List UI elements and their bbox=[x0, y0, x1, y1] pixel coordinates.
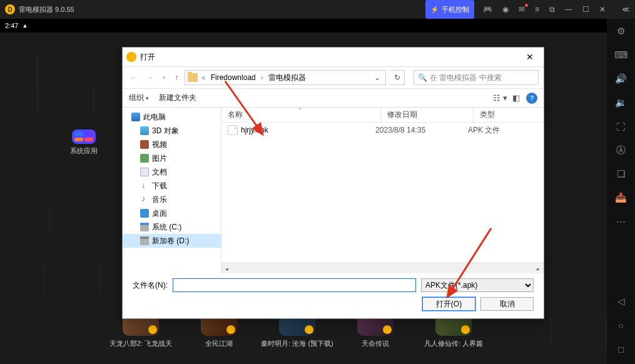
back-button[interactable]: ◁ bbox=[615, 295, 627, 308]
app-title: 雷电模拟器 9.0.55 bbox=[19, 5, 74, 14]
system-apps-icon[interactable]: 系统应用 bbox=[71, 129, 97, 156]
system-apps-label: 系统应用 bbox=[70, 146, 98, 156]
nav-back-button[interactable]: ← bbox=[128, 71, 140, 84]
popout-icon[interactable]: ⧉ bbox=[544, 0, 560, 19]
filename-input[interactable] bbox=[173, 278, 416, 292]
organize-button[interactable]: 组织 bbox=[129, 93, 149, 103]
view-details-icon[interactable]: ☷ ▾ bbox=[493, 93, 507, 103]
close-button[interactable]: ✕ bbox=[594, 0, 611, 19]
address-dropdown-icon[interactable]: ⌄ bbox=[372, 73, 383, 82]
menu-icon[interactable]: ≡ bbox=[530, 0, 544, 19]
view-preview-icon[interactable]: ◧ bbox=[512, 93, 520, 103]
breadcrumb-segment[interactable]: Firedownload bbox=[210, 73, 257, 82]
fullscreen-icon[interactable]: ⛶ bbox=[615, 120, 627, 133]
tree-icon bbox=[131, 113, 140, 121]
sidebar-item[interactable]: 此电脑 bbox=[123, 110, 221, 124]
multi-instance-icon[interactable]: ❏ bbox=[615, 168, 627, 180]
search-icon: 🔍 bbox=[418, 73, 427, 82]
search-box[interactable]: 🔍 在 雷电模拟器 中搜索 bbox=[414, 70, 539, 85]
tree-icon bbox=[140, 209, 149, 218]
nav-up-button[interactable]: ↑ bbox=[172, 71, 181, 84]
home-button[interactable]: ○ bbox=[615, 319, 627, 331]
notification-icon: ▲ bbox=[22, 23, 28, 29]
new-folder-button[interactable]: 新建文件夹 bbox=[159, 93, 196, 103]
sidebar-item[interactable]: 视频 bbox=[123, 138, 221, 151]
tree-icon bbox=[140, 236, 149, 245]
gamepad-icon[interactable]: 🎮 bbox=[478, 0, 497, 19]
sidebar-item[interactable]: 文档 bbox=[123, 165, 221, 179]
sort-indicator-icon: ⌃ bbox=[298, 108, 303, 113]
dialog-close-button[interactable]: ✕ bbox=[520, 49, 540, 64]
sidebar-item[interactable]: 图片 bbox=[123, 151, 221, 165]
user-icon[interactable]: ◉ bbox=[497, 0, 514, 19]
android-statusbar: 2:47 ▲ ▾ ◢ ▮ bbox=[0, 19, 635, 33]
refresh-button[interactable]: ↻ bbox=[390, 70, 405, 85]
help-button[interactable]: ? bbox=[526, 93, 537, 104]
volume-down-icon[interactable]: 🔉 bbox=[615, 96, 627, 109]
filetype-filter[interactable]: APK文件(*.apk) bbox=[421, 278, 534, 292]
file-row[interactable]: hjrjy.apk2023/8/8 14:35APK 文件 bbox=[221, 123, 544, 138]
nav-forward-button[interactable]: → bbox=[144, 71, 156, 84]
locale-icon[interactable]: Ⓐ bbox=[615, 144, 627, 156]
dialog-navbar: ← → ▾ ↑ « Firedownload › 雷电模拟器 ⌄ ↻ 🔍 在 雷… bbox=[123, 66, 544, 89]
app-logo-icon: D bbox=[5, 4, 15, 14]
folder-icon bbox=[188, 73, 198, 82]
tree-icon bbox=[140, 223, 149, 231]
tree-icon bbox=[140, 140, 149, 149]
mail-icon[interactable]: ✉ bbox=[514, 0, 530, 19]
address-bar[interactable]: « Firedownload › 雷电模拟器 ⌄ bbox=[185, 70, 386, 85]
tree-icon bbox=[140, 154, 149, 163]
file-open-dialog: 打开 ✕ ← → ▾ ↑ « Firedownload › 雷电模拟器 ⌄ ↻ … bbox=[122, 47, 544, 319]
dialog-app-icon bbox=[126, 52, 136, 62]
scroll-left-icon[interactable]: ◂ bbox=[221, 263, 232, 273]
collapse-sidebar-icon[interactable]: ≪ bbox=[617, 0, 635, 19]
breadcrumb-segment[interactable]: 雷电模拟器 bbox=[267, 73, 307, 83]
open-button[interactable]: 打开(O) bbox=[422, 297, 475, 311]
more-icon[interactable]: ⋯ bbox=[615, 215, 627, 228]
tree-icon bbox=[140, 126, 149, 135]
settings-icon[interactable]: ⚙ bbox=[615, 25, 627, 38]
status-time: 2:47 bbox=[5, 22, 18, 29]
sidebar-item[interactable]: 系统 (C:) bbox=[123, 220, 221, 234]
column-headers: ⌃ 名称 修改日期 类型 bbox=[221, 108, 544, 123]
recents-button[interactable]: □ bbox=[615, 343, 627, 355]
column-type[interactable]: 类型 bbox=[474, 108, 544, 122]
dialog-sidebar: 此电脑3D 对象视频图片文档下载音乐桌面系统 (C:)新加卷 (D:) bbox=[123, 108, 221, 273]
sidebar-item[interactable]: 音乐 bbox=[123, 193, 221, 206]
sidebar-item[interactable]: 3D 对象 bbox=[123, 124, 221, 138]
file-icon bbox=[228, 125, 238, 135]
scroll-right-icon[interactable]: ▸ bbox=[533, 263, 544, 273]
dialog-titlebar: 打开 ✕ bbox=[123, 48, 544, 66]
dialog-toolbar: 组织 新建文件夹 ☷ ▾ ◧ ? bbox=[123, 89, 544, 108]
column-date[interactable]: 修改日期 bbox=[381, 108, 474, 122]
emulator-titlebar: D 雷电模拟器 9.0.55 ⚡手机控制 🎮 ◉ ✉ ≡ ⧉ — ☐ ✕ ≪ bbox=[0, 0, 635, 19]
sidebar-item[interactable]: 桌面 bbox=[123, 206, 221, 220]
nav-history-dropdown[interactable]: ▾ bbox=[160, 72, 168, 83]
tree-icon bbox=[140, 168, 149, 176]
dialog-title: 打开 bbox=[140, 52, 155, 63]
keyboard-icon[interactable]: ⌨ bbox=[615, 49, 627, 61]
horizontal-scrollbar[interactable]: ◂ ▸ bbox=[221, 263, 544, 273]
sidebar-item[interactable]: 下载 bbox=[123, 179, 221, 193]
filename-label: 文件名(N): bbox=[133, 280, 168, 291]
maximize-button[interactable]: ☐ bbox=[577, 0, 594, 19]
tree-icon bbox=[140, 181, 149, 190]
sidebar-item[interactable]: 新加卷 (D:) bbox=[123, 234, 221, 248]
cancel-button[interactable]: 取消 bbox=[480, 297, 534, 311]
volume-up-icon[interactable]: 🔊 bbox=[615, 73, 627, 85]
file-list: hjrjy.apk2023/8/8 14:35APK 文件 bbox=[221, 123, 544, 263]
tree-icon bbox=[140, 195, 149, 204]
phone-control-button[interactable]: ⚡手机控制 bbox=[425, 0, 474, 19]
emulator-right-toolbar: ⚙ ⌨ 🔊 🔉 ⛶ Ⓐ ❏ 📥 ⋯ ◁ ○ □ bbox=[607, 19, 635, 364]
install-apk-icon[interactable]: 📥 bbox=[615, 191, 627, 204]
minimize-button[interactable]: — bbox=[560, 0, 577, 19]
